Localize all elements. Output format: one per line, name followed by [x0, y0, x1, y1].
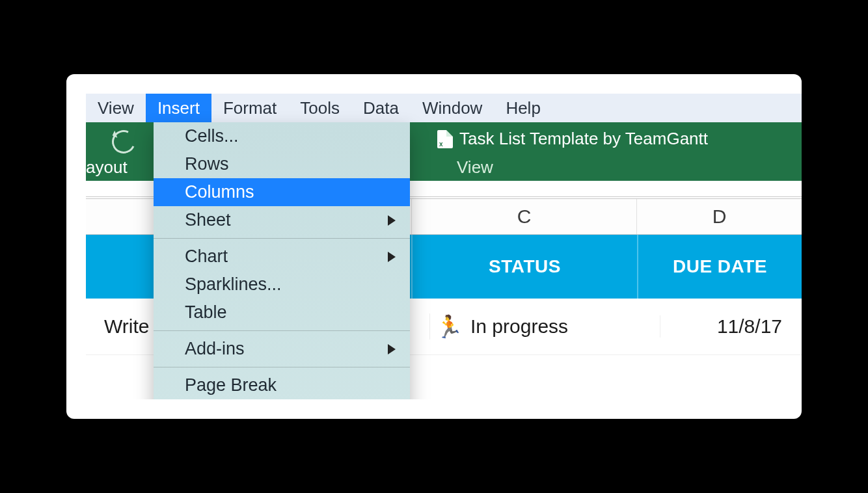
- column-header-c[interactable]: C: [411, 199, 636, 234]
- menu-item-label: Sheet: [185, 210, 231, 230]
- menu-data[interactable]: Data: [351, 94, 411, 122]
- menu-item-cells[interactable]: Cells...: [154, 122, 410, 150]
- table-header-status: STATUS: [411, 235, 637, 299]
- undo-icon[interactable]: [109, 127, 139, 157]
- menu-help[interactable]: Help: [494, 94, 552, 122]
- menu-item-label: Chart: [185, 246, 228, 267]
- menu-view[interactable]: View: [86, 94, 146, 122]
- ribbon-view-tab[interactable]: View: [457, 157, 493, 178]
- app-window: View Insert Format Tools Data Window Hel…: [86, 94, 802, 399]
- menu-format[interactable]: Format: [211, 94, 288, 122]
- menu-item-sheet[interactable]: Sheet: [154, 206, 410, 234]
- cell-status[interactable]: 🏃 In progress: [429, 313, 660, 340]
- menu-item-table[interactable]: Table: [154, 299, 410, 326]
- menu-item-sparklines[interactable]: Sparklines...: [154, 271, 410, 299]
- column-header-d[interactable]: D: [636, 199, 802, 234]
- menu-insert[interactable]: Insert: [146, 94, 211, 122]
- menu-item-label: Columns: [185, 182, 254, 202]
- menu-item-label: Cells...: [185, 126, 239, 146]
- menu-item-label: Rows: [185, 154, 229, 174]
- document-title: Task List Template by TeamGantt: [437, 129, 708, 149]
- menu-item-chart[interactable]: Chart: [154, 243, 410, 271]
- menu-separator: [154, 330, 410, 331]
- menu-item-rows[interactable]: Rows: [154, 150, 410, 178]
- menu-item-label: Page Break: [185, 375, 277, 395]
- menu-bar: View Insert Format Tools Data Window Hel…: [86, 94, 802, 122]
- screenshot-frame: View Insert Format Tools Data Window Hel…: [66, 74, 802, 419]
- menu-item-page-break[interactable]: Page Break: [154, 371, 410, 399]
- excel-file-icon: [437, 130, 453, 148]
- menu-separator: [154, 238, 410, 239]
- cell-due-date[interactable]: 11/8/17: [660, 315, 802, 338]
- ribbon-layout-label: ayout: [86, 157, 128, 178]
- menu-separator: [154, 367, 410, 367]
- submenu-arrow-icon: [388, 252, 396, 262]
- menu-item-label: Add-ins: [185, 339, 245, 359]
- insert-menu-dropdown: Cells... Rows Columns Sheet Chart Sparkl…: [154, 122, 410, 399]
- runner-icon: 🏃: [435, 313, 463, 340]
- submenu-arrow-icon: [388, 215, 396, 226]
- menu-window[interactable]: Window: [411, 94, 494, 122]
- cell-status-text: In progress: [470, 315, 568, 338]
- menu-tools[interactable]: Tools: [288, 94, 351, 122]
- menu-item-addins[interactable]: Add-ins: [154, 335, 410, 363]
- menu-item-columns[interactable]: Columns: [154, 178, 410, 206]
- table-header-due: DUE DATE: [637, 235, 802, 299]
- submenu-arrow-icon: [388, 344, 396, 354]
- menu-item-label: Sparklines...: [185, 274, 282, 295]
- menu-item-label: Table: [185, 302, 227, 323]
- document-title-text: Task List Template by TeamGantt: [459, 129, 708, 149]
